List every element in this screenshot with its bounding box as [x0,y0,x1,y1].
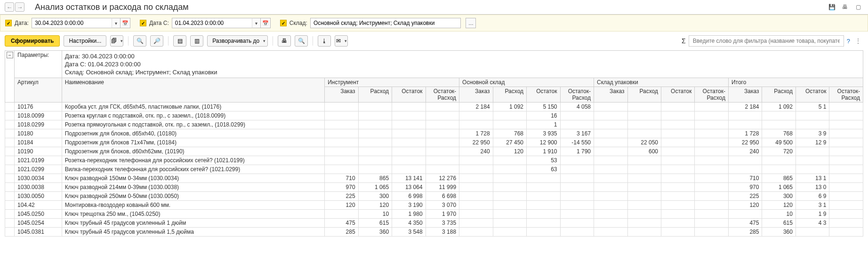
sigma-icon[interactable]: Σ [682,37,686,45]
warehouse-checkbox[interactable]: ✓ [280,20,287,26]
forward-button[interactable]: → [15,2,24,12]
help-link[interactable]: ? [847,38,850,45]
filter-bar: ✓ Дата: ▾ 📅 ✓ Дата С: ▾ 📅 ✓ Склад: … [0,15,868,32]
calendar-from-icon[interactable]: 📅 [260,18,271,28]
table-row[interactable]: 1030.0034Ключ разводной 150мм 0-34мм (10… [5,174,863,183]
more-icon[interactable]: ⋮ [853,36,863,46]
table-row[interactable]: 1045.0254Ключ трубный 45 градусов усилен… [5,219,863,228]
calendar-icon[interactable]: 📅 [120,18,130,28]
table-row[interactable]: 104.42Монтировка-гвоздодер кованый 600 м… [5,201,863,210]
expand-to-button[interactable]: Разворачивать до [207,35,268,47]
table-row[interactable]: 1030.0038Ключ разводной 214мм 0-39мм (10… [5,183,863,192]
page-title: Анализ остатков и расхода по складам [35,2,189,12]
collapse-all-button[interactable]: ▥ [190,35,203,47]
group-header: Итого [728,78,863,87]
table-row[interactable]: 1018.0299Розетка прямоугольная с подстав… [5,120,863,129]
date-from-input[interactable] [172,18,252,28]
report-area: − Параметры: Дата: 30.04.2023 0:00:00 Да… [0,50,868,237]
report-table: − Параметры: Дата: 30.04.2023 0:00:00 Да… [5,50,863,237]
table-row[interactable]: 1021.0299Вилка-переходник телефонная для… [5,165,863,174]
group-header: Склад упаковки [594,78,729,87]
date-dropdown-icon[interactable]: ▾ [112,18,120,28]
table-row[interactable]: 1021.0199Розетка-переходник телефонная д… [5,156,863,165]
warehouse-more-button[interactable]: … [466,18,476,28]
header-article: Артикул [15,78,62,103]
date-from-dropdown-icon[interactable]: ▾ [252,18,260,28]
table-row[interactable]: 10176Коробка уст. для ГСК, d65xh45, плас… [5,103,863,111]
date-from-label: Дата С: [149,20,169,26]
group-header: Инструмент [325,78,459,87]
window-icon[interactable]: ▢ [853,2,863,12]
table-row[interactable]: 10190Подрозетник для блоков, d60xh62мм, … [5,147,863,156]
warehouse-label: Склад: [289,20,307,26]
group-header: Основной склад [459,78,594,87]
toolbar: Сформировать Настройки... 🗐 🔍 🔎 ▤ ▥ Разв… [0,32,868,50]
table-row[interactable]: 1018.0099Розетка круглая с подставкой, о… [5,111,863,120]
table-row[interactable]: 10184Подрозетник для блоков 71x47мм, (10… [5,138,863,147]
preview-button[interactable]: 🔍 [295,35,308,47]
settings-button[interactable]: Настройки... [64,35,106,47]
date-checkbox[interactable]: ✓ [5,20,12,26]
variants-button[interactable]: 🗐 [110,35,123,47]
find-button[interactable]: 🔍 [133,35,146,47]
titlebar: ← → Анализ остатков и расхода по складам… [0,0,868,15]
save-icon[interactable]: 💾 [827,2,837,12]
find-cancel-button[interactable]: 🔎 [150,35,163,47]
send-button[interactable]: ✉ [335,35,348,47]
expand-all-button[interactable]: ▤ [173,35,186,47]
print-button[interactable]: 🖶 [278,35,291,47]
back-button[interactable]: ← [5,2,14,12]
date-label: Дата: [15,20,29,26]
table-row[interactable]: 1030.0050Ключ разводной 250мм 0-50мм (10… [5,192,863,201]
param-label: Параметры: [15,51,62,78]
collapse-button[interactable]: − [7,52,13,58]
date-from-checkbox[interactable]: ✓ [140,20,146,26]
param-values: Дата: 30.04.2023 0:00:00 Дата С: 01.04.2… [62,51,863,78]
run-button[interactable]: Сформировать [5,35,60,47]
warehouse-input[interactable] [310,18,461,28]
print-icon[interactable]: 🖶 [840,2,850,12]
save-as-button[interactable]: ⭳ [318,35,331,47]
table-row[interactable]: 10180Подрозетник для блоков, d65xh40, (1… [5,129,863,138]
date-input[interactable] [32,18,112,28]
filter-input[interactable] [689,35,844,47]
table-row[interactable]: 1045.0381Ключ трубный 45 градусов усилен… [5,228,863,237]
header-name: Наименование [62,78,325,103]
table-row[interactable]: 1045.0250Ключ трещотка 250 мм., (1045.02… [5,210,863,219]
